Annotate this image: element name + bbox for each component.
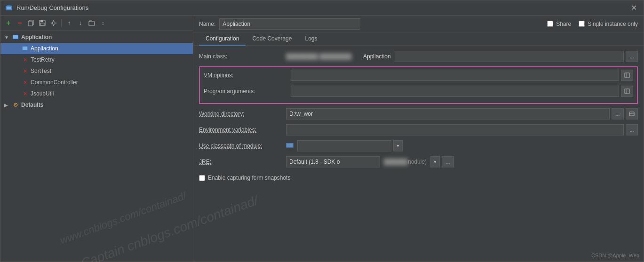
add-button[interactable]: +: [3, 18, 14, 28]
tree-group-defaults-label: Defaults: [21, 102, 43, 108]
expand-icon: ▶: [4, 103, 10, 108]
enable-snapshots-checkbox[interactable]: [199, 175, 205, 181]
env-vars-browse-btn[interactable]: ...: [626, 124, 638, 135]
window-title: Run/Debug Configurations: [16, 4, 88, 11]
tree-group-application[interactable]: ▼ Application: [0, 32, 193, 43]
svg-rect-6: [40, 20, 43, 22]
config-tree: ▼ Application ▶: [0, 31, 193, 262]
jre-browse-btn[interactable]: ...: [442, 156, 454, 167]
jre-input[interactable]: [286, 156, 380, 167]
csdn-watermark: CSDN @Apple_Web: [591, 253, 639, 258]
config-tabs: Configuration Code Coverage Logs: [193, 32, 644, 46]
move-up-button[interactable]: ↑: [64, 18, 74, 28]
tree-item-testretry-label: TestRetry: [31, 56, 55, 63]
name-field-label: Name:: [199, 21, 215, 27]
application-type-icon: [12, 33, 19, 41]
svg-marker-2: [7, 5, 11, 6]
copy-button[interactable]: [26, 18, 36, 28]
name-bar: Name: Share Single instance only: [193, 16, 644, 32]
config-form: Main class: ████████ ████████ Appliactio…: [193, 46, 644, 262]
vm-options-label: VM options:: [204, 72, 291, 79]
share-label: Share: [556, 21, 571, 27]
main-class-value: Appliaction: [363, 53, 391, 60]
move-down-button[interactable]: ↓: [75, 18, 86, 28]
sort-button[interactable]: ↕: [98, 18, 108, 28]
classpath-label: Use classpath of module:: [199, 143, 286, 149]
tree-group-defaults[interactable]: ▶ ⚙ Defaults: [0, 99, 193, 111]
main-class-label: Main class:: [199, 53, 286, 60]
error-icon: ✕: [21, 79, 29, 86]
app-icon: [5, 4, 13, 12]
program-args-label: Program arguments:: [204, 88, 291, 95]
main-class-row: Main class: ████████ ████████ Appliactio…: [199, 50, 638, 63]
share-checkbox[interactable]: [547, 21, 553, 27]
single-instance-checkbox[interactable]: [579, 21, 585, 27]
tree-item-jsouputil[interactable]: ▶ ✕ JsoupUtil: [0, 88, 193, 99]
tree-item-appliaction-label: Appliaction: [31, 45, 58, 52]
main-class-input[interactable]: [395, 51, 624, 62]
svg-rect-1: [7, 7, 11, 9]
tree-item-appliaction[interactable]: ▶ Appliaction: [0, 43, 193, 54]
working-dir-label: Working directory:: [199, 111, 286, 117]
svg-rect-19: [625, 89, 629, 94]
svg-point-8: [52, 22, 55, 24]
working-dir-input[interactable]: [286, 108, 610, 119]
single-instance-label: Single instance only: [588, 21, 638, 27]
separator1: [61, 19, 62, 27]
folder-button[interactable]: [87, 18, 97, 28]
env-vars-label: Environment variables:: [199, 127, 286, 133]
error-icon: ✕: [21, 67, 29, 75]
jre-dropdown-btn[interactable]: ▼: [430, 156, 440, 167]
program-args-input[interactable]: [291, 86, 619, 97]
settings-button[interactable]: [48, 18, 59, 28]
vm-options-input[interactable]: [291, 70, 619, 81]
program-args-row: Program arguments:: [204, 85, 633, 97]
defaults-icon: ⚙: [12, 101, 19, 109]
tree-item-sorttest[interactable]: ▶ ✕ SortTest: [0, 65, 193, 77]
tree-item-testretry[interactable]: ▶ ✕ TestRetry: [0, 54, 193, 65]
classpath-row: Use classpath of module: ▼: [199, 140, 638, 152]
classpath-input[interactable]: [297, 140, 391, 151]
tab-logs[interactable]: Logs: [298, 32, 324, 46]
left-toolbar: + −: [0, 16, 193, 31]
jre-row: JRE: ██████nodule) ▼ ...: [199, 156, 638, 168]
share-checkbox-item[interactable]: Share: [547, 21, 571, 27]
svg-rect-4: [28, 21, 32, 26]
program-args-expand-btn[interactable]: [621, 86, 633, 97]
svg-rect-7: [40, 23, 44, 25]
error-icon: ✕: [21, 56, 29, 64]
working-dir-browse-btn[interactable]: ...: [612, 108, 624, 119]
tree-group-application-label: Application: [21, 34, 52, 40]
vm-options-expand-btn[interactable]: [621, 70, 633, 81]
tree-item-commoncontroller-label: CommonController: [31, 79, 78, 86]
name-input[interactable]: [219, 18, 360, 30]
enable-snapshots-row: Enable capturing form snapshots: [199, 172, 638, 184]
close-button[interactable]: ✕: [629, 3, 639, 13]
svg-rect-24: [286, 143, 293, 147]
error-icon: ✕: [21, 90, 29, 97]
tree-item-jsouputil-label: JsoupUtil: [31, 90, 54, 97]
working-dir-row: Working directory: ...: [199, 108, 638, 120]
main-class-browse-btn[interactable]: ...: [626, 51, 638, 62]
jre-label: JRE:: [199, 159, 286, 165]
tree-item-commoncontroller[interactable]: ▶ ✕ CommonController: [0, 77, 193, 88]
highlighted-vm-program-section: VM options:: [199, 66, 638, 104]
save-button[interactable]: [37, 18, 48, 28]
working-dir-icon-btn[interactable]: [626, 108, 638, 119]
jre-suffix: ██████nodule): [384, 159, 427, 165]
run-config-icon: [21, 45, 29, 52]
tab-code-coverage[interactable]: Code Coverage: [246, 32, 298, 46]
env-vars-input[interactable]: [286, 124, 624, 135]
tree-item-sorttest-label: SortTest: [31, 68, 51, 74]
title-bar: Run/Debug Configurations ✕: [0, 0, 644, 16]
env-vars-row: Environment variables: ...: [199, 124, 638, 136]
classpath-dropdown-btn[interactable]: ▼: [393, 140, 403, 151]
svg-rect-14: [13, 35, 18, 39]
remove-button[interactable]: −: [15, 18, 25, 28]
svg-rect-17: [625, 73, 629, 78]
svg-rect-16: [23, 47, 27, 50]
single-instance-checkbox-item[interactable]: Single instance only: [579, 21, 638, 27]
tab-configuration[interactable]: Configuration: [199, 32, 246, 46]
expand-icon: ▼: [4, 35, 10, 40]
vm-options-row: VM options:: [204, 69, 633, 81]
